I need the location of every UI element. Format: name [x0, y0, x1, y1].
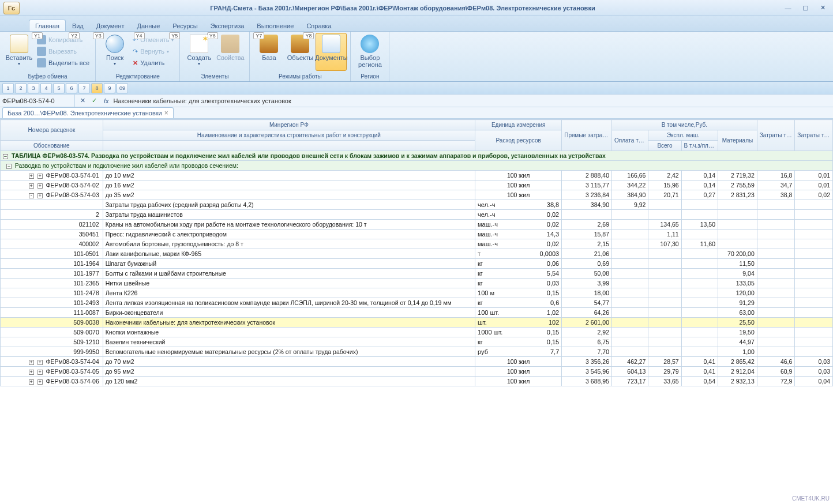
ribbon-tab-Документ[interactable]: ДокументY3	[90, 20, 131, 31]
table-row[interactable]: 509-1210Вазелин техническийкг0,156,7544,…	[1, 337, 833, 347]
quick-btn-9[interactable]: 9	[104, 83, 115, 93]
ribbon-tab-Главная[interactable]: ГлавнаяY1	[29, 20, 66, 31]
col-including[interactable]: В том числе,Руб.	[611, 120, 757, 130]
expand-icon[interactable]: +	[29, 360, 34, 365]
table-row[interactable]: - + ФЕРм08-03-574-03до 35 мм2100 жил3 23…	[1, 190, 833, 200]
col-rates[interactable]: Номера расценок	[1, 120, 103, 141]
col-mdrivers[interactable]: В т.ч.з/пл маш-тов	[681, 141, 718, 151]
tab-close-icon[interactable]: ×	[164, 109, 168, 117]
formula-input[interactable]: Наконечники кабельные: для электротехнич…	[111, 97, 833, 104]
section-row[interactable]: − ТАБЛИЦА ФЕРм08-03-574. Разводка по уст…	[1, 151, 833, 161]
quick-toolbar: 12345678909	[0, 82, 833, 95]
app-menu-button[interactable]: Гс	[3, 2, 20, 14]
quick-btn-6[interactable]: 6	[66, 83, 77, 93]
minimize-button[interactable]: —	[781, 3, 795, 13]
documents-mode-button[interactable]: Документы	[316, 33, 347, 71]
table-row[interactable]: 101-1977Болты с гайками и шайбами строит…	[1, 269, 833, 279]
table-row[interactable]: 509-0070Кнопки монтажные1000 шт.0,152,92…	[1, 328, 833, 337]
col-workname[interactable]: Наименование и характеристика строительн…	[103, 130, 475, 141]
quick-btn-2[interactable]: 2	[15, 83, 27, 93]
table-row[interactable]: + + ФЕРм08-03-574-06до 120 мм2100 жил3 6…	[1, 377, 833, 386]
col-ministry[interactable]: Минрегион РФ	[103, 120, 475, 130]
confirm-edit-button[interactable]: ✓	[89, 97, 99, 104]
expand-icon[interactable]: +	[37, 360, 43, 365]
col-wages[interactable]: Оплата труда рабочих	[611, 130, 648, 151]
ribbon-tab-Экспертиза[interactable]: ЭкспертизаY6	[204, 20, 251, 31]
quick-btn-1[interactable]: 1	[2, 83, 14, 93]
quick-btn-09[interactable]: 09	[117, 83, 128, 93]
table-row[interactable]: 2Затраты труда машинистовчел.-ч0,02	[1, 210, 833, 220]
ribbon-tab-Вид[interactable]: ВидY2	[66, 20, 90, 31]
quick-btn-4[interactable]: 4	[40, 83, 52, 93]
expand-icon[interactable]: +	[37, 183, 43, 189]
table-row[interactable]: 999-9950Вспомогательные ненормируемые ма…	[1, 347, 833, 357]
table-row[interactable]: 021102Краны на автомобильном ходу при ра…	[1, 220, 833, 230]
table-row[interactable]: 101-2478Лента К226100 м0,1518,00120,00	[1, 288, 833, 298]
expand-icon[interactable]: +	[37, 193, 43, 198]
document-tab[interactable]: База 200…\ФЕРм08. Электротехнические уст…	[2, 107, 174, 118]
dropdown-arrow-icon: ▾	[114, 61, 116, 66]
col-direct[interactable]: Прямые затраты, Руб.	[562, 120, 612, 151]
expand-icon[interactable]: +	[37, 379, 43, 385]
paste-button[interactable]: Вставить ▾	[3, 33, 35, 71]
expand-icon[interactable]: +	[29, 379, 34, 385]
table-row[interactable]: + + ФЕРм08-03-574-05до 95 мм2100 жил3 54…	[1, 367, 833, 377]
table-row[interactable]: 101-1964Шпагат бумажныйкг0,060,6911,50	[1, 259, 833, 269]
expand-icon[interactable]: +	[29, 183, 34, 189]
data-grid[interactable]: Номера расценок Минрегион РФ Единица изм…	[0, 119, 833, 504]
ribbon-tab-Выполнение[interactable]: ВыполнениеY7	[250, 20, 300, 31]
col-consumption[interactable]: Расход ресурсов	[475, 130, 562, 151]
table-row[interactable]: 101-2493Лента липкая изоляционная на пол…	[1, 298, 833, 308]
properties-button[interactable]: Свойства	[215, 33, 246, 71]
new-document-icon: ✶	[190, 35, 208, 53]
expand-icon[interactable]: +	[29, 370, 34, 375]
table-row[interactable]: 101-0501Лаки канифольные, марки КФ-965т0…	[1, 249, 833, 259]
table-row[interactable]: 509-0038Наконечники кабельные: для элект…	[1, 318, 833, 328]
name-box[interactable]: ФЕРм08-03-574-0	[0, 95, 75, 107]
redo-button[interactable]: ↷Вернуть▾	[130, 46, 176, 57]
close-button[interactable]: ✕	[816, 3, 830, 13]
ribbon-tab-Ресурсы[interactable]: РесурсыY5	[166, 20, 204, 31]
maximize-button[interactable]: ▢	[798, 3, 812, 13]
cut-button[interactable]: Вырезать	[35, 46, 92, 57]
table-row[interactable]: 350451Пресс: гидравлический с электропри…	[1, 230, 833, 239]
keytip: Y4	[134, 32, 145, 39]
quick-btn-8[interactable]: 8	[91, 83, 103, 93]
ribbon-tab-Справка[interactable]: СправкаY8	[300, 20, 337, 31]
delete-button[interactable]: ✕Удалить	[130, 57, 176, 69]
subsection-row[interactable]: − Разводка по устройствам и подключение …	[1, 161, 833, 171]
keytip: Y3	[93, 32, 104, 39]
table-row[interactable]: + + ФЕРм08-03-574-02до 16 мм2100 жил3 11…	[1, 180, 833, 190]
search-button[interactable]: Поиск ▾	[99, 33, 130, 71]
quick-btn-5[interactable]: 5	[53, 83, 65, 93]
collapse-icon[interactable]: −	[6, 164, 12, 169]
cancel-edit-button[interactable]: ✕	[77, 97, 88, 104]
col-labor-mach[interactable]: Затраты труда маш-стов	[795, 120, 833, 151]
col-mtotal[interactable]: Всего	[648, 141, 681, 151]
table-row[interactable]: 400002Автомобили бортовые, грузоподъемно…	[1, 239, 833, 249]
copy-button[interactable]: Копировать	[35, 34, 92, 46]
ribbon-tab-Данные[interactable]: ДанныеY4	[131, 20, 167, 31]
choose-region-button[interactable]: Выбор региона	[354, 33, 385, 71]
quick-btn-3[interactable]: 3	[28, 83, 39, 93]
table-row[interactable]: 111-0087Бирки-оконцеватели100 шт.1,0264,…	[1, 308, 833, 318]
col-unit[interactable]: Единица измерения	[475, 120, 562, 130]
table-row[interactable]: + + ФЕРм08-03-574-01до 10 мм2100 жил2 88…	[1, 171, 833, 180]
col-machines[interactable]: Экспл. маш.	[648, 130, 718, 141]
keytip: Y5	[169, 32, 180, 39]
expand-icon[interactable]: +	[37, 174, 43, 179]
expand-icon[interactable]: +	[37, 370, 43, 375]
table-row[interactable]: 101-2365Нитки швейныекг0,033,99133,05	[1, 279, 833, 288]
table-row[interactable]: + + ФЕРм08-03-574-04до 70 мм2100 жил3 35…	[1, 357, 833, 367]
expand-icon[interactable]: -	[29, 193, 34, 198]
col-labor-workers[interactable]: Затраты труда рабочих	[757, 120, 795, 151]
formula-bar: ФЕРм08-03-574-0 ✕ ✓ fx Наконечники кабел…	[0, 95, 833, 107]
collapse-icon[interactable]: −	[3, 154, 8, 159]
quick-btn-7[interactable]: 7	[78, 83, 90, 93]
fx-icon[interactable]: fx	[102, 97, 111, 104]
expand-icon[interactable]: +	[29, 174, 34, 179]
table-row[interactable]: Затраты труда рабочих (средний разряд ра…	[1, 200, 833, 210]
select-all-button[interactable]: Выделить все	[35, 57, 92, 69]
col-materials[interactable]: Материалы	[718, 130, 757, 151]
col-basis[interactable]: Обоснование	[1, 141, 103, 151]
